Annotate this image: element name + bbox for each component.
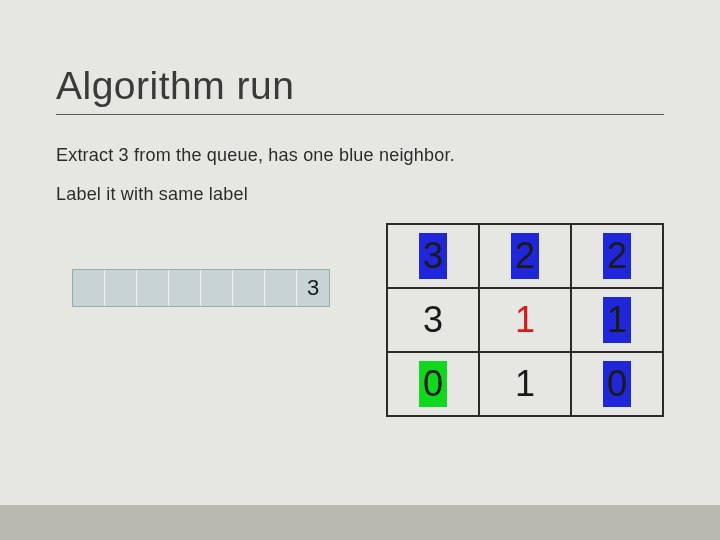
queue-cell: 3 [297, 270, 329, 306]
queue-cell [137, 270, 169, 306]
grid-cell: 0 [571, 352, 663, 416]
cell-value: 2 [607, 235, 627, 276]
cell-value: 1 [515, 363, 535, 404]
cell-value: 3 [423, 235, 443, 276]
grid-row: 3 1 1 [387, 288, 663, 352]
grid-cell: 1 [479, 352, 571, 416]
content-area: 3 3 2 2 3 1 1 0 1 0 [56, 231, 664, 461]
title-rule [56, 114, 664, 115]
cell-value: 0 [607, 363, 627, 404]
grid-row: 0 1 0 [387, 352, 663, 416]
grid-cell: 2 [571, 224, 663, 288]
grid-table: 3 2 2 3 1 1 0 1 0 [386, 223, 664, 417]
body-line-1: Extract 3 from the queue, has one blue n… [56, 145, 664, 166]
grid-cell: 3 [387, 224, 479, 288]
queue-cell [265, 270, 297, 306]
queue-cell [169, 270, 201, 306]
queue-cell [201, 270, 233, 306]
cell-value: 0 [423, 363, 443, 404]
slide-title: Algorithm run [56, 64, 664, 114]
queue: 3 [72, 269, 330, 307]
queue-cell [105, 270, 137, 306]
bottom-bar [0, 505, 720, 540]
grid-cell: 3 [387, 288, 479, 352]
grid-row: 3 2 2 [387, 224, 663, 288]
grid-cell: 1 [571, 288, 663, 352]
queue-cell [73, 270, 105, 306]
grid-cell: 1 [479, 288, 571, 352]
cell-value: 2 [515, 235, 535, 276]
slide: Algorithm run Extract 3 from the queue, … [0, 0, 720, 461]
cell-value: 3 [423, 299, 443, 340]
body-line-2: Label it with same label [56, 184, 664, 205]
grid-cell: 0 [387, 352, 479, 416]
grid-cell: 2 [479, 224, 571, 288]
queue-cell [233, 270, 265, 306]
cell-value: 1 [515, 299, 535, 340]
cell-value: 1 [607, 299, 627, 340]
